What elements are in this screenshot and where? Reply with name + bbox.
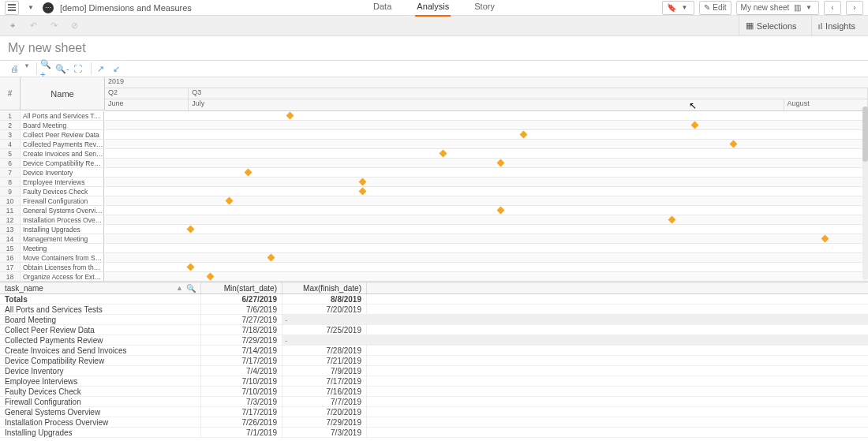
selections-tool-button[interactable]: ▦Selections (739, 16, 803, 36)
prev-sheet-button[interactable]: ‹ (824, 1, 841, 15)
table-row[interactable]: Collect Peer Review Data7/18/20197/25/20… (0, 325, 868, 335)
nav-menu-caret[interactable]: ▼ (25, 4, 36, 11)
gantt-row[interactable]: 18Organize Access for External Audit Tea (0, 272, 104, 282)
milestone-diamond[interactable] (359, 178, 367, 186)
gantt-row[interactable]: 2Board Meeting (0, 121, 104, 130)
gantt-timeline-row[interactable] (104, 225, 868, 234)
gantt-row[interactable]: 7Device Inventory (0, 168, 104, 178)
tab-data[interactable]: Data (372, 0, 393, 17)
table-row[interactable]: Installation Process Overview7/26/20197/… (0, 417, 868, 428)
expand-icon[interactable]: ↗ (95, 62, 107, 75)
scrollbar-thumb[interactable] (862, 107, 868, 162)
gantt-timeline-row[interactable] (104, 244, 868, 253)
table-row[interactable]: Board Meeting7/27/2019- (0, 315, 868, 325)
gantt-timeline-row[interactable] (104, 215, 868, 225)
gantt-row[interactable]: 1All Ports and Services Tests (0, 111, 104, 121)
gantt-row[interactable]: 8Employee Interviews (0, 178, 104, 187)
table-row[interactable]: Faulty Devices Check7/10/20197/16/2019 (0, 387, 868, 397)
gantt-row[interactable]: 17Obtain Licenses from the Vendor (0, 263, 104, 272)
smart-search-icon[interactable]: ⌖ (6, 20, 19, 32)
next-sheet-button[interactable]: › (846, 1, 863, 15)
insights-button[interactable]: ılInsights (811, 16, 862, 36)
gantt-timeline-row[interactable] (104, 253, 868, 263)
gantt-timeline-row[interactable] (104, 159, 868, 168)
table-row[interactable]: Collected Payments Review7/29/2019- (0, 335, 868, 346)
export-caret[interactable]: ▼ (24, 62, 30, 75)
gantt-row[interactable]: 15Meeting (0, 244, 104, 253)
gantt-timeline-row[interactable] (104, 187, 868, 196)
milestone-diamond[interactable] (519, 131, 527, 139)
vertical-scrollbar[interactable] (862, 107, 868, 280)
milestone-diamond[interactable] (691, 121, 699, 129)
table-row[interactable]: Installing Upgrades7/1/20197/3/2019 (0, 428, 868, 438)
gantt-timeline-row[interactable] (104, 206, 868, 215)
table-row[interactable]: Device Inventory7/4/20197/9/2019 (0, 366, 868, 376)
table-row[interactable]: Employee Interviews7/10/20197/17/2019 (0, 376, 868, 387)
step-forward-icon[interactable]: ↷ (47, 20, 60, 32)
gantt-timeline-row[interactable] (104, 121, 868, 130)
nav-menu-button[interactable] (5, 1, 19, 15)
gantt-chart[interactable]: # Name 2019 Q2 Q3 June July August 1All … (0, 77, 868, 282)
table-row[interactable]: General Systems Overview7/17/20197/20/20… (0, 407, 868, 417)
gantt-row[interactable]: 5Create Invoices and Send Invoices (0, 149, 104, 159)
milestone-diamond[interactable] (206, 273, 214, 281)
milestone-diamond[interactable] (821, 235, 829, 243)
gantt-row[interactable]: 3Collect Peer Review Data (0, 130, 104, 140)
milestone-diamond[interactable] (187, 263, 195, 271)
table-row[interactable]: All Ports and Services Tests7/6/20197/20… (0, 305, 868, 315)
zoom-in-icon[interactable]: 🔍+ (40, 62, 53, 75)
sort-asc-icon[interactable]: ▲ (176, 284, 183, 292)
gantt-timeline-row[interactable] (104, 168, 868, 178)
gantt-row[interactable]: 10Firewall Configuration (0, 196, 104, 206)
zoom-out-icon[interactable]: 🔍- (56, 62, 69, 75)
cell-task: Faulty Devices Check (0, 387, 201, 396)
bookmark-button[interactable]: 🔖▼ (662, 1, 694, 15)
milestone-diamond[interactable] (225, 197, 233, 205)
gantt-row[interactable]: 9Faulty Devices Check (0, 187, 104, 196)
gantt-row[interactable]: 14Management Meeting (0, 234, 104, 244)
tab-analysis[interactable]: Analysis (415, 0, 451, 17)
milestone-diamond[interactable] (496, 159, 504, 167)
totals-start: 6/27/2019 (201, 294, 282, 304)
milestone-diamond[interactable] (187, 226, 195, 234)
tab-story[interactable]: Story (473, 0, 496, 17)
gantt-timeline-row[interactable] (104, 196, 868, 206)
milestone-diamond[interactable] (286, 112, 294, 120)
table-row[interactable]: Firewall Configuration7/3/20197/7/2019 (0, 397, 868, 407)
edit-button[interactable]: ✎ Edit (699, 1, 731, 15)
gantt-row[interactable]: 11General Systems Overview (0, 206, 104, 215)
milestone-diamond[interactable] (496, 207, 504, 215)
gantt-row[interactable]: 16Move Containers from Storage Facility (0, 253, 104, 263)
milestone-diamond[interactable] (668, 216, 676, 224)
gantt-timeline-row[interactable] (104, 272, 868, 282)
gantt-row[interactable]: 13Installing Upgrades (0, 225, 104, 234)
milestone-diamond[interactable] (729, 140, 737, 148)
gantt-timeline-row[interactable] (104, 178, 868, 187)
gantt-row[interactable]: 6Device Compatibility Review (0, 159, 104, 168)
gantt-timeline-row[interactable] (104, 111, 868, 121)
fit-icon[interactable]: ⛶ (72, 62, 84, 75)
milestone-diamond[interactable] (439, 150, 447, 158)
col-min-start[interactable]: Min(start_date) (201, 282, 282, 293)
gantt-timeline-row[interactable] (104, 263, 868, 272)
search-icon[interactable]: 🔍 (186, 284, 196, 293)
gantt-row[interactable]: 4Collected Payments Review (0, 140, 104, 149)
col-max-finish[interactable]: Max(finish_date) (282, 282, 367, 293)
gantt-row[interactable]: 12Installation Process Overview (0, 215, 104, 225)
export-icon[interactable]: 🖨 (8, 62, 21, 75)
gantt-timeline-row[interactable] (104, 130, 868, 140)
gantt-timeline-row[interactable] (104, 234, 868, 244)
milestone-diamond[interactable] (245, 169, 253, 177)
sheet-dropdown[interactable]: My new sheet ▥ ▼ (736, 1, 819, 15)
collapse-icon[interactable]: ↙ (110, 62, 123, 75)
clear-selections-icon[interactable]: ⊘ (68, 20, 80, 32)
table-row[interactable]: Device Compatibility Review7/17/20197/21… (0, 356, 868, 366)
gantt-timeline-row[interactable] (104, 149, 868, 159)
col-task-name[interactable]: task_name ▲ 🔍 (0, 282, 201, 293)
gantt-timeline-row[interactable] (104, 140, 868, 149)
milestone-diamond[interactable] (268, 254, 275, 262)
totals-finish: 8/8/2019 (282, 294, 367, 304)
milestone-diamond[interactable] (359, 188, 367, 196)
table-row[interactable]: Create Invoices and Send Invoices7/14/20… (0, 346, 868, 356)
step-back-icon[interactable]: ↶ (27, 20, 39, 32)
